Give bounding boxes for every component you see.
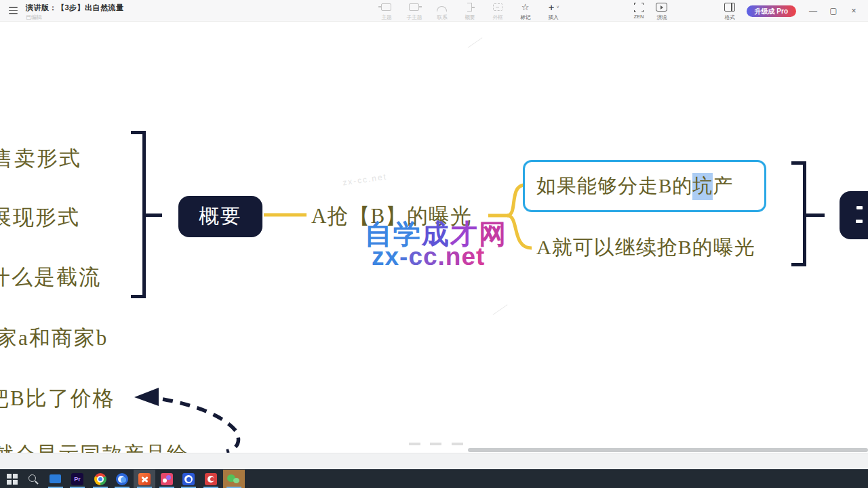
tool-topic[interactable]: 主题: [376, 2, 397, 21]
topic-lower-right[interactable]: A就可以继续抢B的曝光: [536, 237, 755, 258]
topic-merchant-a-b[interactable]: 家a和商家b: [0, 327, 108, 348]
mindmap-canvas[interactable]: zx-cc.net 售卖形式 展现形式 什么是截流 家a和商家b 把B比了价格 …: [0, 22, 868, 469]
tool-present[interactable]: 演说: [650, 2, 673, 21]
pink-media-app-icon: [161, 473, 173, 485]
blue-disk-app-icon: [116, 473, 128, 485]
watermark-line2: zx-cc.net: [372, 243, 485, 271]
canvas-bottom-strip: [0, 453, 868, 469]
toolbar-center-tools: 主题 子主题 联系 概要 外框 ☆ 标记 ＋˅: [376, 2, 564, 21]
toolbar-right-tools: ZEN 演说 格式 升级成 Pro — ▢ ×: [627, 2, 864, 21]
topic-what-is-jieliu[interactable]: 什么是截流: [0, 266, 101, 287]
taskbar-app-wechat[interactable]: [227, 473, 239, 485]
marker-star-icon: ☆: [521, 2, 530, 12]
summary-bracket-right-tick: [803, 214, 825, 217]
zen-mode-icon: [634, 2, 644, 12]
screen: 演讲版：【3步】出自然流量 已编辑 主题 子主题 联系 概要 外框: [0, 0, 868, 488]
tool-summary[interactable]: 概要: [459, 2, 480, 21]
insert-plus-icon: ＋˅: [547, 2, 559, 12]
tool-insert[interactable]: ＋˅ 插入: [542, 2, 564, 21]
topic-icon: [381, 2, 391, 12]
taskbar-app-chrome[interactable]: [94, 473, 106, 485]
ghost-dash: [430, 443, 441, 445]
chrome-icon: [94, 473, 106, 485]
maximize-button[interactable]: ▢: [823, 2, 844, 20]
window-controls: — ▢ ×: [803, 2, 864, 20]
tool-zen-mode[interactable]: ZEN: [627, 2, 650, 20]
search-icon: [28, 474, 36, 482]
windows-logo-icon: [7, 474, 19, 485]
tool-boundary[interactable]: 外框: [487, 2, 508, 21]
format-panel-icon: [724, 2, 735, 12]
minimize-button[interactable]: —: [803, 2, 823, 20]
horizontal-scrollbar[interactable]: [468, 448, 868, 452]
taskbar-app-pink-media[interactable]: [161, 473, 173, 485]
app-toolbar: 演讲版：【3步】出自然流量 已编辑 主题 子主题 联系 概要 外框: [0, 0, 868, 22]
selected-topic-text-tail: 产: [713, 173, 733, 200]
chevron-down-icon: ˅: [556, 5, 559, 9]
taskbar-app-premiere[interactable]: Pr: [71, 473, 83, 485]
tool-subtopic[interactable]: 子主题: [403, 2, 425, 21]
blue-clock-app-icon: [182, 473, 195, 485]
document-title-block: 演讲版：【3步】出自然流量 已编辑: [26, 3, 124, 21]
ghost-watermark: zx-cc.net: [342, 171, 387, 187]
summary-bracket-left-tick: [142, 214, 162, 217]
ghost-line: [493, 304, 508, 315]
topic-selected-box[interactable]: 如果能够分走B的坑产: [523, 160, 766, 212]
summary-node[interactable]: 概要: [178, 196, 262, 237]
right-clipped-node[interactable]: [840, 191, 868, 239]
relationship-icon: [437, 2, 447, 12]
tool-relationship[interactable]: 联系: [431, 2, 452, 21]
selected-topic-text: 如果能够分走B的: [536, 173, 692, 200]
blue-window-app-icon: [50, 474, 61, 483]
topic-sell-format[interactable]: 售卖形式: [0, 148, 81, 169]
red-app-icon: [205, 473, 217, 485]
start-button[interactable]: [7, 473, 19, 485]
upgrade-pro-button[interactable]: 升级成 Pro: [747, 5, 796, 17]
taskbar: Pr: [0, 469, 868, 488]
tool-marker[interactable]: ☆ 标记: [515, 2, 536, 21]
document-title: 演讲版：【3步】出自然流量: [26, 3, 124, 13]
wechat-icon: [227, 473, 241, 485]
subtopic-icon: [409, 2, 419, 12]
premiere-icon: Pr: [71, 473, 83, 485]
close-button[interactable]: ×: [844, 2, 864, 20]
summary-icon: [467, 2, 472, 12]
taskbar-app-red[interactable]: [205, 473, 217, 485]
taskbar-app-blue-clock[interactable]: [182, 473, 195, 485]
topic-display-format[interactable]: 展现形式: [0, 207, 80, 228]
taskbar-app-blue-window[interactable]: [50, 473, 62, 485]
ghost-line: [468, 37, 483, 48]
boundary-icon: [493, 2, 502, 12]
topic-price-compare[interactable]: 把B比了价格: [0, 388, 115, 409]
present-icon: [656, 2, 667, 12]
taskbar-app-blue-disk[interactable]: [116, 473, 128, 485]
ghost-dash: [452, 443, 463, 445]
selected-topic-highlight: 坑: [692, 173, 713, 200]
ghost-dash: [409, 443, 420, 445]
menu-icon[interactable]: [9, 7, 18, 14]
taskbar-search-button[interactable]: [27, 473, 39, 485]
taskbar-app-xmind[interactable]: [138, 473, 151, 485]
xmind-icon: [138, 473, 151, 485]
document-status: 已编辑: [26, 14, 124, 21]
tool-format[interactable]: 格式: [718, 2, 741, 21]
